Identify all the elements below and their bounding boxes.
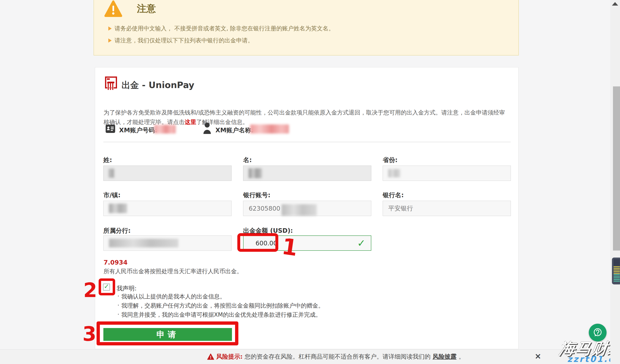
risk-disclosure-link[interactable]: 风险披露 [433,353,457,361]
annotation-box-step2 [99,278,115,295]
notice-bullet: 请注意，我们仅处理以下下拉列表中银行的出金申请。 [108,37,253,45]
declaration-item: · 我确认以上提供的是我本人的出金信息。 [117,293,226,301]
account-name-label: XM账户名称: [216,126,254,135]
description-text: 为了保护各方免受欺诈及降低洗钱和/或恐怖主义融资的可能性，公司出金款项只能依原入… [104,109,505,125]
city-label: 市/镇: [103,191,121,199]
bullet-dot: · [117,302,119,310]
risk-text-suffix: 。 [459,353,465,361]
equalizer-stripes-icon [614,260,620,266]
side-extension-widget[interactable] [612,258,620,284]
province-masked-value [388,169,400,177]
person-icon [202,122,212,134]
exchange-rate: 7.0934 [104,259,127,266]
bank-account-label: 银行账号: [243,191,270,199]
province-label: 省份: [383,156,398,164]
card-description: 为了保护各方免受欺诈及降低洗钱和/或恐怖主义融资的可能性，公司出金款项只能依原入… [104,108,510,127]
branch-input[interactable] [103,235,232,251]
scrollbar-up-arrow[interactable] [612,2,618,6]
bullet-dot: · [117,293,119,301]
city-input[interactable] [103,201,232,216]
bank-name-label: 银行名: [383,191,404,199]
account-number-masked-value [154,125,176,134]
risk-label: 风险提示: [216,353,243,361]
equalizer-stripes-icon [614,266,620,274]
account-number-label: XM账户号码: [119,126,157,135]
bank-account-input[interactable]: 62305800 [243,201,371,216]
risk-banner-content: 风险提示: 您的资金存在风险。杠杆商品可能不适合所有客户。请详细阅读我们的风险披… [207,349,465,364]
annotation-number-2: 2 [83,280,97,300]
declaration-label: 我声明: [117,284,137,293]
declaration-item-text: 我理解，交易账户任何方式的出金，将按照出金金额同比例扣除账户中的赠金。 [121,302,324,310]
here-link[interactable]: 这里 [185,119,196,125]
city-masked-value [109,204,127,213]
notice-bullet-text: 请务必使用中文输入， 不接受拼音或者英文, 除非您在银行注册的账户姓名为英文名。 [115,25,334,32]
first-name-masked-value [249,168,262,178]
bullet-dot: · [117,311,119,319]
annotation-box-step3 [96,321,238,345]
bank-name-value: 平安银行 [388,204,413,213]
last-name-input[interactable] [103,166,232,181]
declaration-item-text: 我同意并接受，我的出金申请可根据XM的出金优先处理条款进行修正并完成。 [121,311,321,319]
annotation-number-1: 1 [280,235,299,259]
atm-withdrawal-icon [105,76,117,91]
exchange-rate-note: 所有人民币出金将按照处理当天汇率进行人民币出金。 [104,268,243,275]
notice-heading: 注意 [137,2,156,15]
last-name-masked-value [109,169,114,178]
scrollbar-thumb[interactable] [613,86,620,251]
declaration-item-text: 我确认以上提供的是我本人的出金信息。 [121,293,226,301]
bank-name-input[interactable]: 平安银行 [383,201,511,216]
risk-warning-icon [207,353,214,360]
notice-box: 注意 请务必使用中文输入， 不接受拼音或者英文, 除非您在银行注册的账户姓名为英… [94,0,519,55]
account-name-masked-value [250,124,289,134]
bullet-arrow-icon [108,38,112,43]
branch-label: 所属分行: [103,227,131,235]
withdrawal-card: 出金 - UnionPay 为了保护各方免受欺诈及降低洗钱和/或恐怖主义融资的可… [95,67,518,349]
help-icon [592,327,603,338]
province-input[interactable] [383,166,511,181]
notice-bullet: 请务必使用中文输入， 不接受拼音或者英文, 除非您在银行注册的账户姓名为英文名。 [108,25,334,32]
first-name-label: 名: [243,156,252,164]
bank-account-visible-digits: 62305800 [249,205,280,212]
declaration-item: · 我理解，交易账户任何方式的出金，将按照出金金额同比例扣除账户中的赠金。 [117,302,324,310]
page-title: 出金 - UnionPay [122,79,194,91]
first-name-input[interactable] [243,166,371,181]
branch-masked-value [109,239,178,247]
declaration-item: · 我同意并接受，我的出金申请可根据XM的出金优先处理条款进行修正并完成。 [117,311,321,319]
notice-bullet-text: 请注意，我们仅处理以下下拉列表中银行的出金申请。 [115,37,253,45]
risk-close-button[interactable]: ✕ [532,351,544,362]
withdrawal-page: 注意 请务必使用中文输入， 不接受拼音或者英文, 除非您在银行注册的账户姓名为英… [0,0,620,364]
valid-check-icon: ✓ [357,238,366,248]
divider [103,142,511,142]
bullet-arrow-icon [108,27,112,30]
last-name-label: 姓: [103,156,112,164]
close-icon: ✕ [535,352,541,361]
bank-account-masked-value [281,204,317,216]
risk-banner: 风险提示: 您的资金存在风险。杠杆商品可能不适合所有客户。请详细阅读我们的风险披… [0,349,620,364]
id-card-icon [106,124,115,133]
annotation-box-step1 [237,233,278,252]
annotation-number-3: 3 [82,324,96,344]
equalizer-stripes-icon [614,274,620,282]
warning-triangle-icon [104,0,122,17]
risk-text: 您的资金存在风险。杠杆商品可能不适合所有客户。请详细阅读我们的 [245,353,431,361]
